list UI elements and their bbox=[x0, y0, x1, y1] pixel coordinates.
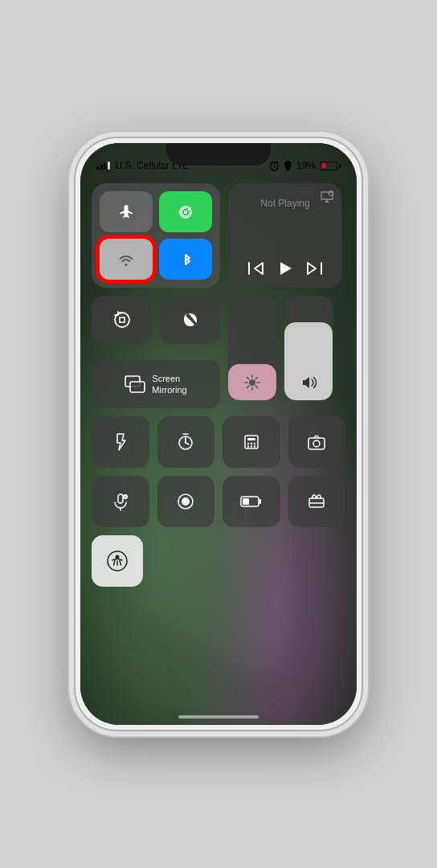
timer-button[interactable] bbox=[157, 416, 215, 468]
network-group bbox=[92, 183, 220, 288]
volume-down-button[interactable] bbox=[74, 275, 76, 307]
svg-rect-41 bbox=[243, 498, 249, 505]
screen-mirroring-text-1: Screen bbox=[152, 373, 180, 384]
volume-up-button[interactable] bbox=[74, 235, 76, 267]
do-not-disturb-button[interactable] bbox=[160, 296, 220, 344]
camera-button[interactable] bbox=[288, 416, 346, 468]
screen-mirroring-button[interactable]: Screen Mirroring bbox=[92, 360, 220, 408]
battery-tip bbox=[339, 164, 341, 168]
screen-mirroring-text-2: Mirroring bbox=[152, 384, 186, 395]
cellular-button[interactable] bbox=[159, 191, 212, 232]
icon-grid-row2 bbox=[92, 476, 345, 527]
location-icon bbox=[284, 161, 292, 171]
rotation-dnd-row bbox=[92, 296, 220, 344]
battery-status-button[interactable] bbox=[223, 476, 280, 527]
svg-point-27 bbox=[251, 443, 252, 444]
rotation-lock-button[interactable] bbox=[92, 296, 152, 344]
signal-bar-3 bbox=[104, 163, 106, 170]
icon-grid-row1 bbox=[92, 416, 345, 468]
left-controls: Screen Mirroring bbox=[92, 296, 220, 408]
signal-bar-2 bbox=[100, 165, 103, 170]
voice-memo-button[interactable] bbox=[92, 476, 149, 527]
svg-rect-10 bbox=[130, 382, 145, 392]
svg-line-17 bbox=[255, 386, 257, 387]
media-prev-button[interactable] bbox=[247, 262, 263, 278]
volume-slider[interactable] bbox=[284, 296, 333, 400]
svg-point-33 bbox=[313, 440, 320, 447]
brightness-slider[interactable] bbox=[228, 296, 276, 400]
svg-line-19 bbox=[247, 386, 249, 387]
airplay-button[interactable] bbox=[320, 190, 334, 207]
sleep-button[interactable] bbox=[288, 476, 346, 527]
screen-mirroring-label: Screen Mirroring bbox=[152, 373, 186, 396]
svg-point-31 bbox=[254, 445, 255, 447]
svg-line-16 bbox=[247, 378, 249, 379]
airplane-mode-button[interactable] bbox=[100, 191, 153, 232]
media-next-button[interactable] bbox=[307, 262, 323, 278]
wifi-button[interactable] bbox=[100, 239, 153, 280]
signal-bar-1 bbox=[96, 166, 99, 170]
svg-point-30 bbox=[251, 445, 252, 447]
svg-point-26 bbox=[247, 443, 249, 444]
svg-point-11 bbox=[249, 379, 255, 386]
media-player: Not Playing bbox=[228, 183, 342, 288]
svg-rect-34 bbox=[118, 494, 123, 503]
second-row: Screen Mirroring bbox=[92, 296, 345, 408]
battery-percentage: 19% bbox=[296, 160, 316, 171]
signal-bars bbox=[96, 162, 110, 170]
top-row: Not Playing bbox=[92, 183, 345, 288]
notch bbox=[166, 143, 271, 166]
battery-icon bbox=[320, 162, 341, 170]
phone-frame: U.S. Cellular LTE 19% bbox=[74, 137, 363, 731]
svg-line-22 bbox=[186, 443, 189, 444]
accessibility-row bbox=[92, 535, 345, 587]
volume-icon bbox=[300, 375, 317, 394]
bluetooth-button[interactable] bbox=[159, 239, 212, 280]
battery-body bbox=[320, 162, 337, 170]
svg-point-28 bbox=[254, 443, 255, 444]
svg-rect-32 bbox=[308, 438, 325, 449]
svg-rect-40 bbox=[259, 499, 261, 504]
alarm-icon bbox=[269, 161, 280, 171]
svg-line-2 bbox=[274, 166, 276, 168]
power-button[interactable] bbox=[361, 251, 363, 299]
screen: U.S. Cellular LTE 19% bbox=[80, 143, 357, 725]
calculator-button[interactable] bbox=[223, 416, 280, 468]
status-right: 19% bbox=[269, 160, 341, 171]
phone-inner: U.S. Cellular LTE 19% bbox=[80, 143, 357, 725]
brightness-icon bbox=[244, 375, 260, 394]
svg-rect-25 bbox=[247, 438, 255, 440]
svg-point-38 bbox=[182, 497, 190, 506]
svg-point-29 bbox=[247, 445, 249, 447]
svg-line-18 bbox=[255, 378, 257, 379]
svg-point-6 bbox=[184, 211, 187, 214]
accessibility-button[interactable] bbox=[92, 535, 143, 587]
media-controls bbox=[236, 260, 334, 280]
screen-record-button[interactable] bbox=[157, 476, 215, 527]
flashlight-button[interactable] bbox=[92, 416, 149, 468]
home-indicator[interactable] bbox=[178, 715, 259, 719]
media-play-button[interactable] bbox=[278, 260, 292, 280]
battery-fill bbox=[322, 163, 326, 168]
control-center: Not Playing bbox=[92, 183, 345, 701]
signal-bar-4 bbox=[108, 162, 110, 170]
